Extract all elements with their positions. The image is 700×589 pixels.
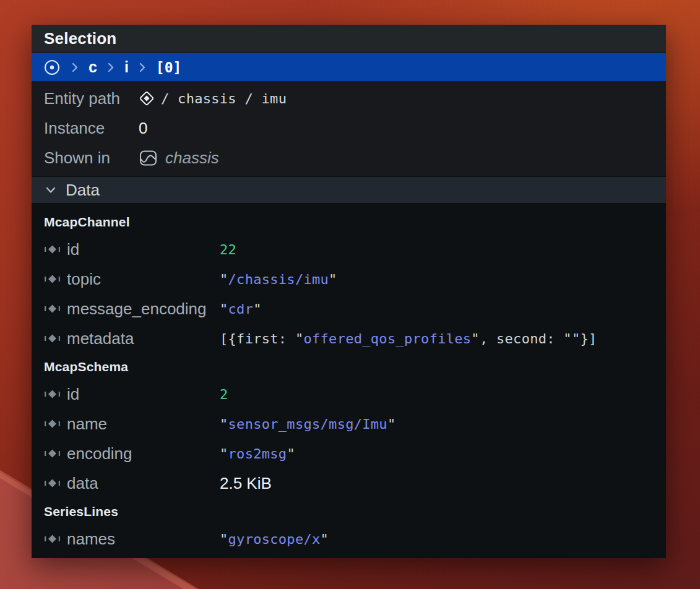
component-value: 2.5 KiB <box>220 474 272 493</box>
entity-path-row: Entity path / chassis / imu <box>32 84 666 113</box>
breadcrumb-item-imu[interactable]: i <box>124 58 129 76</box>
component-label: name <box>67 415 220 434</box>
entity-path-text: / chassis / imu <box>161 91 287 106</box>
component-value: "/chassis/imu" <box>220 272 337 287</box>
chevron-right-icon <box>70 61 80 74</box>
component-icon <box>44 242 61 257</box>
selection-panel: Selection c i [0] Entity path <box>32 25 666 558</box>
component-row-schema-data: data 2.5 KiB <box>32 468 666 498</box>
component-icon <box>44 301 61 316</box>
component-label: topic <box>67 270 220 289</box>
component-icon <box>44 531 61 546</box>
chevron-right-icon <box>106 61 116 74</box>
instance-value: 0 <box>139 119 147 138</box>
component-row-message-encoding: message_encoding "cdr" <box>32 294 666 324</box>
breadcrumb: c i [0] <box>32 53 666 81</box>
breadcrumb-item-chassis[interactable]: c <box>89 58 97 76</box>
panel-title: Selection <box>44 29 116 48</box>
entity-path-label: Entity path <box>44 89 139 108</box>
origin-circle-icon[interactable] <box>43 58 61 77</box>
shown-in-value[interactable]: chassis <box>139 148 219 168</box>
group-title-mcapchannel: McapChannel <box>32 209 666 234</box>
component-label: id <box>67 385 220 404</box>
data-content: McapChannel id 22 topic "/chassis/imu" m… <box>32 204 666 558</box>
component-row-topic: topic "/chassis/imu" <box>32 264 666 294</box>
shown-in-label: Shown in <box>44 148 139 168</box>
shown-in-row: Shown in chassis <box>32 143 666 173</box>
overview-section: Entity path / chassis / imu Instance 0 S… <box>32 81 666 176</box>
component-value: "gyroscope/x" <box>220 531 329 547</box>
component-value: "cdr" <box>220 301 262 317</box>
entity-icon <box>139 90 155 106</box>
component-row-id: id 22 <box>32 234 666 264</box>
component-value: "ros2msg" <box>220 446 295 462</box>
component-value: 2 <box>220 387 228 402</box>
breadcrumb-item-instance[interactable]: [0] <box>156 59 182 75</box>
component-label: data <box>67 474 220 493</box>
component-label: metadata <box>67 329 220 348</box>
component-label: message_encoding <box>67 299 220 319</box>
timeseries-view-icon <box>139 148 158 168</box>
entity-path-value[interactable]: / chassis / imu <box>139 90 287 106</box>
component-value: [{first: "offered_qos_profiles", second:… <box>220 331 597 346</box>
chevron-down-icon[interactable] <box>44 183 58 197</box>
component-icon <box>44 272 61 286</box>
component-value: 22 <box>220 242 236 257</box>
component-row-schema-id: id 2 <box>32 379 666 409</box>
component-label: names <box>67 530 220 549</box>
instance-label: Instance <box>44 119 139 138</box>
component-row-schema-name: name "sensor_msgs/msg/Imu" <box>32 409 666 439</box>
data-section-title: Data <box>66 181 100 200</box>
component-row-schema-encoding: encoding "ros2msg" <box>32 439 666 468</box>
component-icon <box>44 446 61 461</box>
shown-in-view-name: chassis <box>165 148 219 168</box>
component-value: "sensor_msgs/msg/Imu" <box>220 416 395 432</box>
group-title-serieslines: SeriesLines <box>32 498 666 524</box>
selection-panel-header: Selection <box>32 25 666 53</box>
component-icon <box>44 387 61 402</box>
component-row-metadata: metadata [{first: "offered_qos_profiles"… <box>32 324 666 353</box>
component-icon <box>44 416 61 431</box>
group-title-mcapschema: McapSchema <box>32 353 666 379</box>
component-label: encoding <box>67 444 220 463</box>
component-row-names: names "gyroscope/x" <box>32 524 666 554</box>
component-icon <box>44 331 61 346</box>
instance-row: Instance 0 <box>32 113 666 143</box>
component-icon <box>44 476 61 491</box>
component-label: id <box>67 240 220 259</box>
chevron-right-icon <box>137 61 147 74</box>
data-section-header[interactable]: Data <box>32 176 666 204</box>
